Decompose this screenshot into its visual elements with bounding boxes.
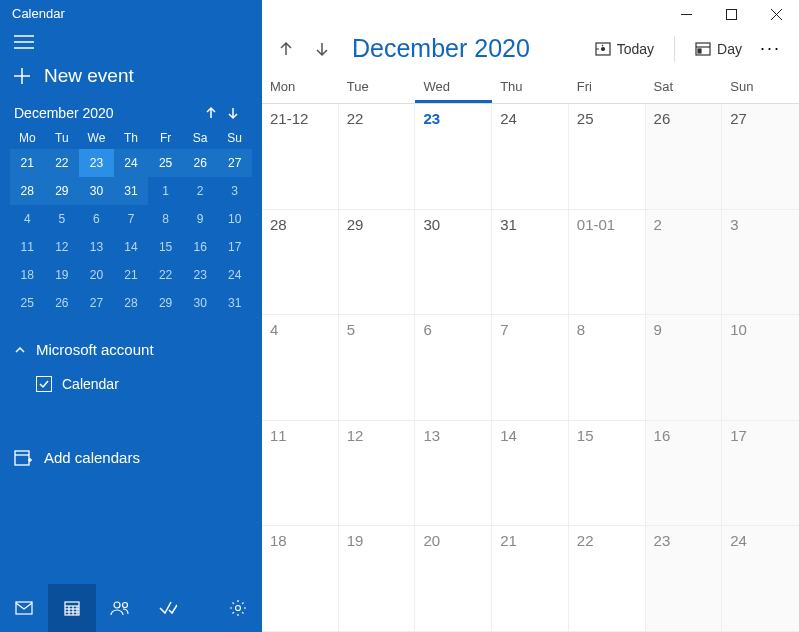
day-cell[interactable]: 4 (262, 315, 339, 421)
day-cell[interactable]: 17 (722, 421, 799, 527)
day-cell[interactable]: 25 (569, 104, 646, 210)
mini-day-cell[interactable]: 22 (148, 261, 183, 289)
day-cell[interactable]: 13 (415, 421, 492, 527)
mini-day-cell[interactable]: 23 (183, 261, 218, 289)
day-cell[interactable]: 3 (722, 210, 799, 316)
settings-button[interactable] (214, 584, 262, 632)
mini-day-cell[interactable]: 8 (148, 205, 183, 233)
day-cell[interactable]: 6 (415, 315, 492, 421)
mini-day-cell[interactable]: 25 (10, 289, 45, 317)
day-cell[interactable]: 5 (339, 315, 416, 421)
maximize-button[interactable] (709, 0, 754, 28)
day-header[interactable]: Wed (415, 73, 492, 103)
day-cell[interactable]: 16 (646, 421, 723, 527)
mini-day-cell[interactable]: 28 (114, 289, 149, 317)
mini-day-cell[interactable]: 22 (45, 149, 80, 177)
day-cell[interactable]: 9 (646, 315, 723, 421)
more-button[interactable]: ··· (756, 38, 785, 59)
close-button[interactable] (754, 0, 799, 28)
mini-prev-button[interactable] (204, 106, 226, 120)
mini-day-cell[interactable]: 15 (148, 233, 183, 261)
mini-day-cell[interactable]: 16 (183, 233, 218, 261)
mail-button[interactable] (0, 584, 48, 632)
todo-button[interactable] (144, 584, 192, 632)
next-period-button[interactable] (308, 35, 336, 63)
day-cell[interactable]: 30 (415, 210, 492, 316)
mini-day-cell[interactable]: 24 (217, 261, 252, 289)
day-header[interactable]: Sun (722, 73, 799, 103)
day-cell[interactable]: 23 (415, 104, 492, 210)
account-toggle[interactable]: Microsoft account (0, 325, 262, 366)
mini-day-cell[interactable]: 20 (79, 261, 114, 289)
prev-period-button[interactable] (272, 35, 300, 63)
day-cell[interactable]: 21 (492, 526, 569, 632)
mini-day-cell[interactable]: 11 (10, 233, 45, 261)
day-cell[interactable]: 14 (492, 421, 569, 527)
mini-day-cell[interactable]: 29 (148, 289, 183, 317)
mini-day-cell[interactable]: 27 (217, 149, 252, 177)
day-cell[interactable]: 11 (262, 421, 339, 527)
mini-next-button[interactable] (226, 106, 248, 120)
view-button[interactable]: Day (689, 37, 748, 61)
day-header[interactable]: Thu (492, 73, 569, 103)
day-header[interactable]: Fri (569, 73, 646, 103)
mini-day-cell[interactable]: 10 (217, 205, 252, 233)
day-cell[interactable]: 24 (492, 104, 569, 210)
new-event-button[interactable]: New event (0, 55, 262, 101)
mini-day-cell[interactable]: 24 (114, 149, 149, 177)
day-cell[interactable]: 19 (339, 526, 416, 632)
mini-day-cell[interactable]: 19 (45, 261, 80, 289)
month-title[interactable]: December 2020 (352, 34, 581, 63)
people-button[interactable] (96, 584, 144, 632)
calendar-button[interactable] (48, 584, 96, 632)
calendar-list-item[interactable]: Calendar (0, 366, 262, 402)
mini-day-cell[interactable]: 4 (10, 205, 45, 233)
mini-day-cell[interactable]: 7 (114, 205, 149, 233)
day-header[interactable]: Sat (646, 73, 723, 103)
day-cell[interactable]: 20 (415, 526, 492, 632)
mini-day-cell[interactable]: 12 (45, 233, 80, 261)
day-cell[interactable]: 12 (339, 421, 416, 527)
hamburger-button[interactable] (0, 25, 262, 55)
mini-day-cell[interactable]: 3 (217, 177, 252, 205)
mini-day-cell[interactable]: 6 (79, 205, 114, 233)
day-cell[interactable]: 24 (722, 526, 799, 632)
day-cell[interactable]: 27 (722, 104, 799, 210)
mini-day-cell[interactable]: 28 (10, 177, 45, 205)
day-cell[interactable]: 21-12 (262, 104, 339, 210)
day-cell[interactable]: 10 (722, 315, 799, 421)
day-cell[interactable]: 8 (569, 315, 646, 421)
mini-day-cell[interactable]: 30 (183, 289, 218, 317)
day-cell[interactable]: 29 (339, 210, 416, 316)
day-cell[interactable]: 2 (646, 210, 723, 316)
day-cell[interactable]: 26 (646, 104, 723, 210)
day-cell[interactable]: 15 (569, 421, 646, 527)
day-cell[interactable]: 31 (492, 210, 569, 316)
mini-day-cell[interactable]: 31 (114, 177, 149, 205)
minimize-button[interactable] (664, 0, 709, 28)
day-cell[interactable]: 18 (262, 526, 339, 632)
mini-day-cell[interactable]: 2 (183, 177, 218, 205)
day-cell[interactable]: 22 (569, 526, 646, 632)
day-cell[interactable]: 22 (339, 104, 416, 210)
day-cell[interactable]: 01-01 (569, 210, 646, 316)
mini-day-cell[interactable]: 18 (10, 261, 45, 289)
day-cell[interactable]: 7 (492, 315, 569, 421)
mini-day-cell[interactable]: 30 (79, 177, 114, 205)
day-cell[interactable]: 23 (646, 526, 723, 632)
mini-day-cell[interactable]: 26 (45, 289, 80, 317)
mini-day-cell[interactable]: 27 (79, 289, 114, 317)
mini-calendar-title[interactable]: December 2020 (14, 105, 204, 121)
mini-day-cell[interactable]: 29 (45, 177, 80, 205)
mini-day-cell[interactable]: 26 (183, 149, 218, 177)
mini-day-cell[interactable]: 23 (79, 149, 114, 177)
mini-day-cell[interactable]: 31 (217, 289, 252, 317)
today-button[interactable]: Today (589, 37, 660, 61)
mini-day-cell[interactable]: 17 (217, 233, 252, 261)
add-calendars-button[interactable]: Add calendars (0, 432, 262, 482)
day-cell[interactable]: 28 (262, 210, 339, 316)
mini-day-cell[interactable]: 9 (183, 205, 218, 233)
day-header[interactable]: Mon (262, 73, 339, 103)
mini-day-cell[interactable]: 21 (10, 149, 45, 177)
mini-day-cell[interactable]: 14 (114, 233, 149, 261)
